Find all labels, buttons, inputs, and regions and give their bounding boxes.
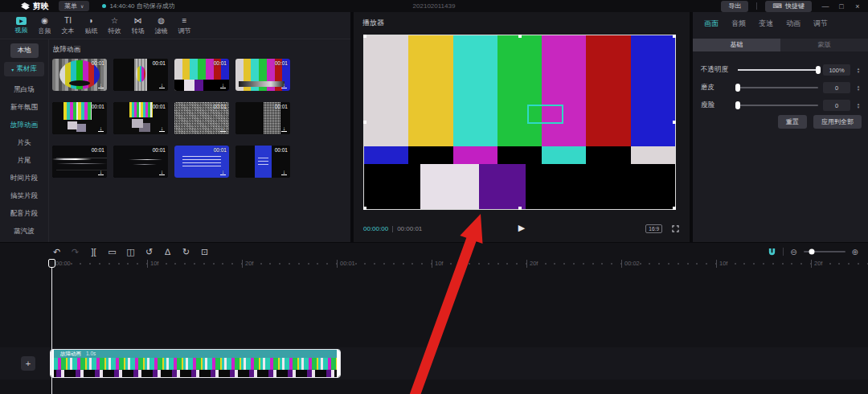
media-item-color-bars-gray[interactable]: 00:01↓ xyxy=(235,59,290,91)
slim-face-value[interactable]: 0 xyxy=(823,100,850,111)
tab-audio[interactable]: 音频 xyxy=(731,18,746,29)
media-item-static-noise[interactable]: 00:01↓ xyxy=(174,102,229,134)
aspect-ratio-button[interactable]: 16:9 xyxy=(645,224,662,233)
shortcuts-button[interactable]: ⌨ 快捷键 xyxy=(765,1,812,12)
ruler-label: 20f xyxy=(242,260,253,268)
media-tab-text[interactable]: TI文本 xyxy=(59,16,76,35)
media-item-glitch-lines[interactable]: 00:01↓ xyxy=(52,146,107,178)
opacity-stepper[interactable]: ▴▾ xyxy=(855,67,862,74)
media-tab-adjust[interactable]: ≡调节 xyxy=(176,16,193,35)
smooth-skin-stepper[interactable]: ▴▾ xyxy=(855,84,862,92)
media-item-test-card[interactable]: 00:01↓ xyxy=(52,59,107,91)
mirror-icon[interactable]: ∆ xyxy=(162,247,173,257)
download-icon[interactable]: ↓ xyxy=(220,170,226,175)
subtab-mask[interactable]: 蒙版 xyxy=(780,39,868,51)
tab-picture[interactable]: 画面 xyxy=(704,18,719,29)
sidebar-item-black-white[interactable]: 黑白场 xyxy=(14,80,35,98)
freeze-frame-icon[interactable]: ◫ xyxy=(125,247,136,257)
selection-handle[interactable] xyxy=(673,207,676,210)
slider-thumb[interactable] xyxy=(735,84,740,92)
download-icon[interactable]: ↓ xyxy=(220,126,226,132)
download-icon[interactable]: ↓ xyxy=(98,170,104,175)
sidebar-item-time-clips[interactable]: 时间片段 xyxy=(10,169,38,187)
undo-icon[interactable]: ↶ xyxy=(51,247,62,257)
rotate-icon[interactable]: ↻ xyxy=(181,247,191,257)
subtab-basic[interactable]: 基础 xyxy=(693,39,780,51)
media-item-glitch-lines-2[interactable]: 00:01↓ xyxy=(113,146,168,178)
download-icon[interactable]: ↓ xyxy=(220,83,226,88)
download-icon[interactable]: ↓ xyxy=(281,126,287,132)
tab-animation[interactable]: 动画 xyxy=(786,18,800,29)
smooth-skin-value[interactable]: 0 xyxy=(823,82,850,93)
sidebar-item-glitch-animation[interactable]: 故障动画 xyxy=(10,116,38,133)
download-icon[interactable]: ↓ xyxy=(281,83,287,88)
tab-adjust[interactable]: 调节 xyxy=(813,18,828,29)
timeline-zoom-slider[interactable] xyxy=(804,251,845,252)
reset-button[interactable]: 重置 xyxy=(778,115,807,129)
sidebar-item-new-year[interactable]: 新年氛围 xyxy=(10,98,38,116)
playhead[interactable] xyxy=(51,259,52,394)
media-tab-filters[interactable]: ◍滤镜 xyxy=(153,16,170,35)
sidebar-item-funny-clips[interactable]: 搞笑片段 xyxy=(10,187,38,204)
opacity-value[interactable]: 100% xyxy=(823,64,850,76)
media-tab-sticker[interactable]: ◗贴纸 xyxy=(83,16,100,35)
media-tab-video[interactable]: ▶视频 xyxy=(13,16,30,35)
crop-icon[interactable]: ⊡ xyxy=(199,247,210,257)
download-icon[interactable]: ↓ xyxy=(98,83,104,88)
selection-handle[interactable] xyxy=(363,35,366,38)
sidebar-item-library[interactable]: ▾ 素材库 xyxy=(4,62,44,76)
export-button[interactable]: 导出 xyxy=(721,1,748,12)
download-icon[interactable]: ↓ xyxy=(159,83,165,88)
split-icon[interactable]: ][ xyxy=(88,247,99,257)
delete-icon[interactable]: ▭ xyxy=(107,247,117,257)
minimize-button[interactable]: — xyxy=(820,2,831,10)
snap-magnet-icon[interactable] xyxy=(768,248,776,257)
sidebar-item-intro[interactable]: 片头 xyxy=(18,133,31,151)
sidebar-item-local[interactable]: 本地 xyxy=(10,43,39,58)
media-tab-effects[interactable]: ☆特效 xyxy=(106,16,123,35)
selection-handle[interactable] xyxy=(518,207,522,210)
autosave-status: 14:40:40 自动保存成功 xyxy=(102,2,174,10)
fullscreen-icon[interactable] xyxy=(672,225,679,232)
download-icon[interactable]: ↓ xyxy=(98,126,104,132)
add-track-button[interactable]: + xyxy=(21,356,35,371)
maximize-button[interactable]: □ xyxy=(836,2,847,10)
media-item-drip-bars[interactable]: 00:01↓ xyxy=(52,102,107,134)
media-tab-transitions[interactable]: ⋈转场 xyxy=(129,16,146,35)
selection-handle[interactable] xyxy=(363,121,366,124)
selection-handle[interactable] xyxy=(518,35,522,38)
selection-handle[interactable] xyxy=(673,35,676,38)
timeline-ruler[interactable]: 00:0010f20f00:0110f20f00:0210f20f xyxy=(0,259,868,269)
selection-handle[interactable] xyxy=(673,121,676,124)
close-button[interactable]: × xyxy=(852,2,863,10)
sidebar-item-vaporwave[interactable]: 蒸汽波 xyxy=(14,222,35,240)
opacity-slider[interactable] xyxy=(738,69,818,71)
media-tab-audio[interactable]: ◉音频 xyxy=(36,16,53,35)
download-icon[interactable]: ↓ xyxy=(159,126,165,132)
media-item-color-bars[interactable]: 00:01↓ xyxy=(174,59,229,91)
download-icon[interactable]: ↓ xyxy=(281,170,287,175)
slider-thumb[interactable] xyxy=(735,101,740,109)
reverse-icon[interactable]: ↺ xyxy=(144,247,154,257)
apply-to-all-button[interactable]: 应用到全部 xyxy=(813,115,862,129)
zoom-out-icon[interactable]: ⊖ xyxy=(790,248,796,257)
download-icon[interactable]: ↓ xyxy=(159,170,165,175)
selection-handle[interactable] xyxy=(363,207,366,210)
sidebar-item-outro[interactable]: 片尾 xyxy=(18,151,31,169)
slim-face-stepper[interactable]: ▴▾ xyxy=(855,102,862,109)
smooth-skin-slider[interactable] xyxy=(738,87,818,88)
zoom-in-icon[interactable]: ⊕ xyxy=(852,248,858,257)
media-item-test-card-strip[interactable]: 00:01↓ xyxy=(113,59,168,91)
timeline-clip[interactable]: 故障动画 1.0s xyxy=(50,349,341,378)
slim-face-slider[interactable] xyxy=(738,105,818,106)
media-item-blue-screen-strip[interactable]: 00:01↓ xyxy=(235,146,290,178)
media-item-drip-bars-2[interactable]: 00:01↓ xyxy=(113,102,168,134)
menu-button[interactable]: 菜单 ∨ xyxy=(59,1,89,11)
media-item-blue-screen[interactable]: 00:01↓ xyxy=(174,146,229,178)
play-button[interactable]: ▶ xyxy=(518,223,525,233)
tab-speed[interactable]: 变速 xyxy=(759,18,773,29)
preview-canvas[interactable] xyxy=(363,35,676,210)
media-item-static-strip[interactable]: 00:01↓ xyxy=(235,102,290,134)
sidebar-item-dubbing-clips[interactable]: 配音片段 xyxy=(10,204,38,222)
slider-thumb[interactable] xyxy=(816,66,821,74)
